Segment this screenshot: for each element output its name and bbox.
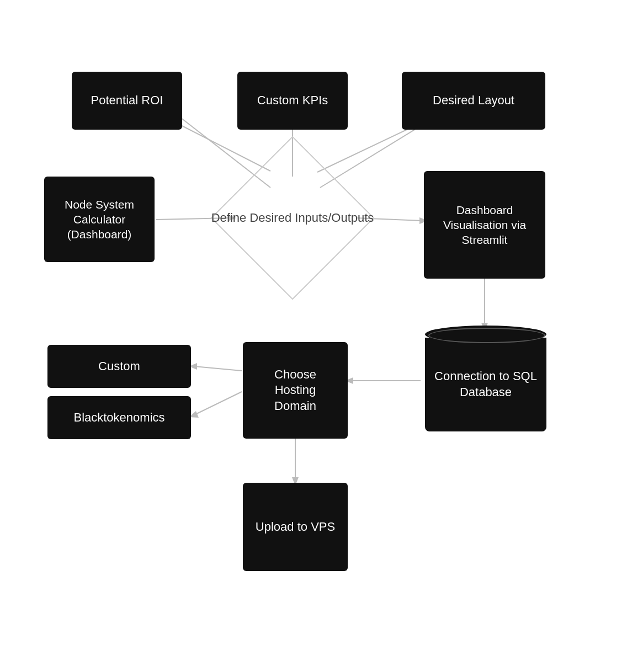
choose-hosting-domain-node: Choose Hosting Domain [243, 342, 348, 439]
upload-vps-node: Upload to VPS [243, 483, 348, 571]
dashboard-visualisation-node: Dashboard Visualisation via Streamlit [424, 171, 545, 279]
cylinder-top [425, 326, 546, 343]
custom-node: Custom [47, 345, 191, 388]
svg-line-22 [194, 392, 242, 415]
blacktokenomics-node: Blacktokenomics [47, 396, 191, 439]
node-system-calculator-node: Node System Calculator (Dashboard) [44, 177, 155, 262]
connection-sql-node: Connection to SQL Database [425, 326, 546, 437]
desired-layout-node: Desired Layout [402, 72, 545, 130]
diagram-container: Potential ROI Custom KPIs Desired Layout… [0, 0, 627, 672]
diamond-label: Define Desired Inputs/Outputs [211, 210, 374, 227]
cylinder-body: Connection to SQL Database [425, 338, 546, 431]
define-desired-node: Define Desired Inputs/Outputs [210, 157, 375, 279]
custom-kpis-node: Custom KPIs [237, 72, 348, 130]
potential-roi-node: Potential ROI [72, 72, 182, 130]
svg-line-20 [194, 366, 242, 371]
